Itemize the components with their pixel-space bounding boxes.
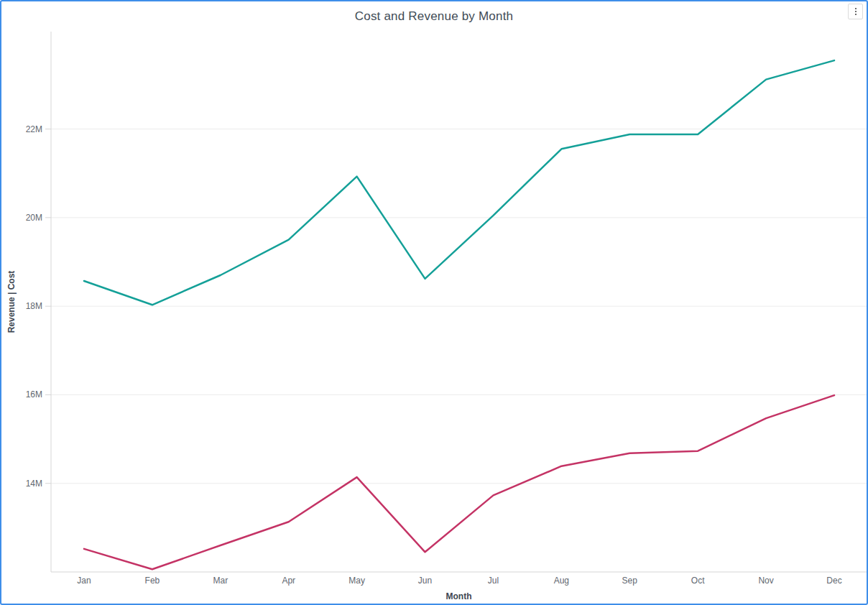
x-tick-label: Jul bbox=[488, 576, 499, 586]
y-tick-label: 16M bbox=[26, 389, 42, 400]
line-chart-plot: 14M16M18M20M22MJanFebMarAprMayJunJulAugS… bbox=[1, 1, 868, 605]
y-tick-label: 14M bbox=[26, 479, 42, 489]
y-tick-label: 22M bbox=[26, 124, 42, 134]
cost-line[interactable] bbox=[84, 395, 834, 569]
x-tick-label: Mar bbox=[213, 576, 228, 586]
x-tick-label: Feb bbox=[145, 576, 160, 586]
x-tick-label: Jan bbox=[77, 576, 91, 586]
x-tick-label: Sep bbox=[622, 576, 638, 586]
chart-visual-card: Cost and Revenue by Month 14M16M18M20M22… bbox=[0, 0, 868, 605]
x-tick-label: Aug bbox=[554, 576, 569, 586]
x-tick-label: Apr bbox=[282, 576, 295, 586]
x-tick-label: Nov bbox=[758, 576, 773, 586]
x-tick-label: Oct bbox=[691, 576, 705, 586]
x-tick-label: Dec bbox=[826, 576, 841, 586]
revenue-line[interactable] bbox=[84, 60, 834, 305]
y-tick-label: 18M bbox=[26, 301, 42, 311]
y-tick-label: 20M bbox=[26, 213, 42, 223]
x-tick-label: May bbox=[348, 576, 365, 586]
x-tick-label: Jun bbox=[418, 576, 432, 586]
